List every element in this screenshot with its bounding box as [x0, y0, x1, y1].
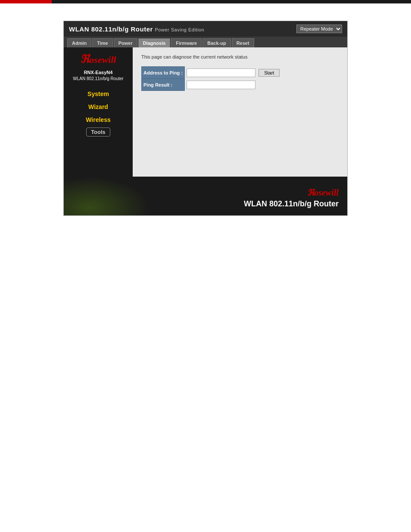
tab-reset[interactable]: Reset: [232, 38, 254, 47]
sidebar: ℜosewill RNX-EasyN4 WLAN 802.11n/b/g Rou…: [64, 47, 133, 177]
tab-time[interactable]: Time: [92, 38, 112, 47]
tab-admin[interactable]: Admin: [67, 38, 91, 47]
router-footer: ℜosewill WLAN 802.11n/b/g Router: [64, 177, 347, 215]
header-subtitle: Power Saving Edition: [155, 27, 205, 32]
tab-diagnosis[interactable]: Diagnosis: [138, 38, 171, 47]
sidebar-item-wizard[interactable]: Wizard: [64, 102, 133, 112]
top-bar: [0, 0, 411, 3]
address-input[interactable]: [187, 68, 255, 77]
address-label: Address to Ping :: [142, 67, 185, 79]
sidebar-logo: ℜosewill: [80, 53, 116, 66]
sidebar-model: RNX-EasyN4 WLAN 802.11n/b/g Router: [73, 69, 123, 82]
sidebar-nav: System Wizard Wireless Tools: [64, 89, 133, 137]
footer-router-name: WLAN 802.11n/b/g Router: [244, 199, 339, 208]
result-input-cell: [185, 79, 282, 91]
footer-glow: [64, 177, 150, 215]
model-name: RNX-EasyN4: [73, 69, 123, 76]
tab-power[interactable]: Power: [114, 38, 137, 47]
router-body: ℜosewill RNX-EasyN4 WLAN 802.11n/b/g Rou…: [64, 47, 347, 177]
footer-logo: ℜosewill: [307, 187, 339, 198]
address-row: Address to Ping : Start: [142, 67, 282, 79]
model-desc: WLAN 802.11n/b/g Router: [73, 76, 123, 82]
sidebar-rosewill-logo: ℜosewill: [80, 54, 116, 65]
mode-select[interactable]: Repeater Mode AP Mode Router Mode: [296, 25, 342, 33]
sidebar-item-system[interactable]: System: [64, 89, 133, 99]
tab-firmware[interactable]: Firmware: [171, 38, 202, 47]
top-bar-red: [0, 0, 52, 3]
top-bar-black: [52, 0, 411, 3]
result-label: Ping Result :: [142, 79, 185, 91]
main-content: This page can diagnose the current netwo…: [133, 47, 347, 177]
router-frame: WLAN 802.11n/b/g Router Power Saving Edi…: [63, 21, 348, 216]
ping-form: Address to Ping : Start Ping Result :: [141, 66, 282, 91]
page-wrapper: WLAN 802.11n/b/g Router Power Saving Edi…: [0, 3, 411, 233]
sidebar-item-wireless[interactable]: Wireless: [64, 115, 133, 125]
header-title: WLAN 802.11n/b/g Router: [69, 25, 153, 33]
sidebar-item-tools[interactable]: Tools: [86, 128, 110, 137]
start-button[interactable]: Start: [258, 69, 280, 77]
router-header: WLAN 802.11n/b/g Router Power Saving Edi…: [64, 21, 347, 37]
nav-tabs: Admin Time Power Diagnosis Firmware Back…: [64, 37, 347, 47]
router-title: WLAN 802.11n/b/g Router Power Saving Edi…: [69, 25, 204, 33]
result-input: [187, 81, 255, 89]
tools-wrapper: Tools: [86, 128, 110, 137]
tab-backup[interactable]: Back-up: [202, 38, 230, 47]
page-description: This page can diagnose the current netwo…: [141, 54, 339, 59]
address-input-cell: Start: [185, 67, 282, 79]
result-row: Ping Result :: [142, 79, 282, 91]
